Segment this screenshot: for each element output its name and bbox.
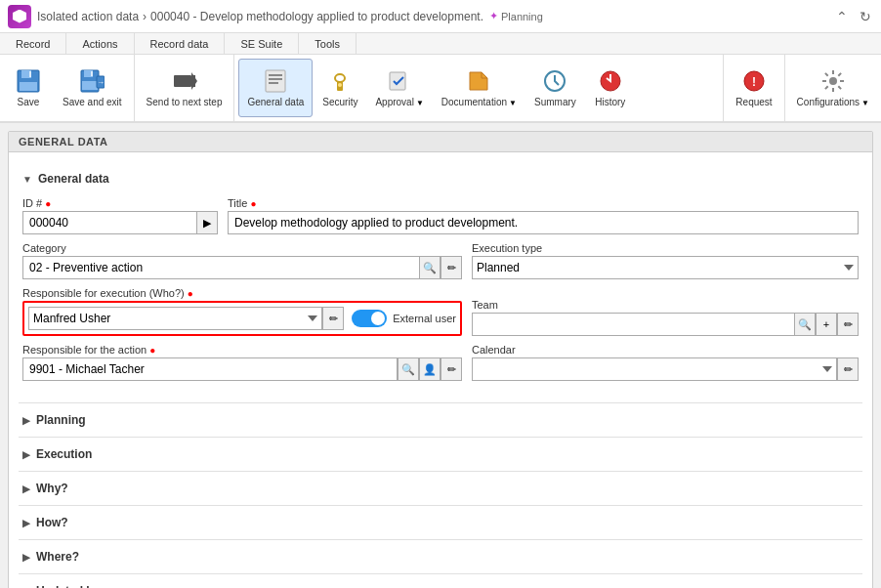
responsible-edit-button[interactable]: ✏: [322, 307, 344, 330]
svg-rect-15: [269, 78, 282, 80]
section-header: GENERAL DATA: [9, 132, 872, 152]
general-data-button[interactable]: General data: [238, 59, 313, 117]
svg-point-19: [338, 83, 342, 87]
team-edit-button[interactable]: ✏: [837, 313, 859, 336]
team-search-button[interactable]: 🔍: [794, 313, 816, 336]
save-button[interactable]: Save: [4, 59, 53, 117]
next-step-label: Send to next step: [147, 97, 223, 108]
id-required: ●: [45, 198, 51, 209]
general-data-label: General data: [247, 97, 304, 108]
summary-button[interactable]: Summary: [526, 59, 584, 117]
svg-rect-2: [29, 71, 31, 77]
category-edit-button[interactable]: ✏: [440, 256, 462, 279]
documentation-button[interactable]: Documentation ▼: [434, 59, 524, 117]
menu-se-suite[interactable]: SE Suite: [225, 33, 299, 54]
request-button[interactable]: ! Request: [728, 59, 779, 117]
where-arrow: ▶: [22, 552, 30, 563]
svg-rect-14: [269, 74, 282, 76]
menu-actions[interactable]: Actions: [66, 33, 134, 54]
team-input[interactable]: [472, 313, 794, 336]
approval-icon: [386, 67, 413, 95]
history-button[interactable]: History: [586, 59, 635, 117]
toolbar-record-group: Save → Save and exit: [0, 55, 135, 121]
responsible-group: Responsible for execution (Who?) ● Manfr…: [22, 287, 462, 336]
execution-header[interactable]: ▶ Execution: [19, 443, 862, 465]
svg-text:→: →: [97, 78, 105, 87]
responsible-select[interactable]: Manfred Usher: [28, 307, 322, 330]
id-nav-button[interactable]: ▶: [196, 211, 218, 234]
app-icon: [8, 5, 31, 28]
history-icon: [597, 67, 624, 95]
id-title-row: ID # ● ▶ Title ●: [22, 197, 859, 234]
execution-type-select[interactable]: Planned: [472, 256, 859, 279]
resp-action-person-button[interactable]: 👤: [419, 357, 440, 381]
svg-rect-12: [192, 75, 195, 87]
security-icon: [326, 67, 354, 95]
documentation-icon: [465, 67, 492, 95]
documentation-label: Documentation: [441, 97, 507, 108]
title-group: Title ●: [228, 197, 859, 234]
breadcrumb-sep: ›: [143, 10, 147, 23]
collapse-button[interactable]: ⌃: [834, 7, 850, 26]
calendar-select[interactable]: [472, 357, 837, 381]
save-exit-label: Save and exit: [63, 97, 122, 108]
where-label: Where?: [36, 550, 79, 564]
menu-record[interactable]: Record: [0, 33, 66, 54]
title-input[interactable]: [228, 211, 859, 234]
team-group: Team 🔍 + ✏: [472, 299, 859, 336]
execution-type-group: Execution type Planned: [472, 242, 859, 279]
configurations-button[interactable]: Configurations ▼: [789, 59, 877, 117]
approval-button[interactable]: Approval ▼: [367, 59, 431, 117]
resp-action-search-button[interactable]: 🔍: [398, 357, 419, 381]
id-input[interactable]: [22, 211, 196, 234]
security-button[interactable]: Security: [315, 59, 365, 117]
refresh-button[interactable]: ↻: [858, 7, 873, 26]
toolbar-se-suite-group: ! Request: [724, 55, 784, 121]
resp-action-edit-button[interactable]: ✏: [440, 357, 462, 381]
id-group: ID # ● ▶: [22, 197, 218, 234]
svg-rect-6: [91, 71, 93, 76]
why-label: Why?: [36, 482, 68, 495]
next-step-button[interactable]: Send to next step: [139, 59, 231, 117]
where-header[interactable]: ▶ Where?: [19, 546, 862, 567]
id-label: ID # ●: [22, 197, 218, 209]
request-label: Request: [735, 97, 772, 108]
security-label: Security: [322, 97, 357, 108]
how-header[interactable]: ▶ How?: [19, 512, 862, 533]
svg-point-25: [829, 77, 837, 85]
responsible-input-group: Manfred Usher ✏: [28, 307, 344, 330]
toolbar-record-data-group: General data Security Approval ▼: [234, 55, 724, 121]
planning-header[interactable]: ▶ Planning: [19, 409, 862, 431]
menu-tools[interactable]: Tools: [299, 33, 357, 54]
responsible-highlighted: Manfred Usher ✏ External user: [22, 301, 462, 336]
history-label: History: [595, 97, 625, 108]
resp-action-input[interactable]: [22, 357, 398, 381]
calendar-edit-button[interactable]: ✏: [837, 357, 859, 381]
why-arrow: ▶: [22, 483, 30, 494]
toolbar-actions-group: Send to next step: [135, 55, 235, 121]
menu-record-data[interactable]: Record data: [135, 33, 226, 54]
resp-action-input-group: 🔍 👤 ✏: [22, 357, 462, 381]
approval-label-area: Approval ▼: [375, 97, 423, 108]
section-panel: GENERAL DATA ▼ General data ID # ●: [8, 131, 873, 588]
svg-rect-20: [390, 72, 405, 90]
team-add-button[interactable]: +: [816, 313, 837, 336]
category-group: Category 🔍 ✏: [22, 242, 462, 279]
category-search-button[interactable]: 🔍: [419, 256, 440, 279]
category-input[interactable]: [22, 256, 419, 279]
save-exit-icon: →: [78, 67, 105, 95]
external-user-toggle[interactable]: [352, 310, 387, 327]
title-required: ●: [250, 198, 256, 209]
general-data-header[interactable]: ▼ General data: [19, 168, 862, 189]
general-data-section: ▼ General data ID # ●: [19, 162, 862, 403]
menu-bar: Record Actions Record data SE Suite Tool…: [0, 33, 881, 55]
title-label: Title ●: [228, 197, 859, 209]
why-header[interactable]: ▶ Why?: [19, 478, 862, 499]
planning-label: Planning: [501, 11, 543, 22]
svg-rect-16: [269, 82, 278, 84]
updated-by-header[interactable]: ▶ Updated by: [19, 580, 862, 588]
planning-arrow: ▶: [22, 415, 30, 426]
save-exit-button[interactable]: → Save and exit: [55, 59, 130, 117]
svg-rect-7: [82, 81, 98, 90]
responsible-required: ●: [188, 288, 193, 299]
